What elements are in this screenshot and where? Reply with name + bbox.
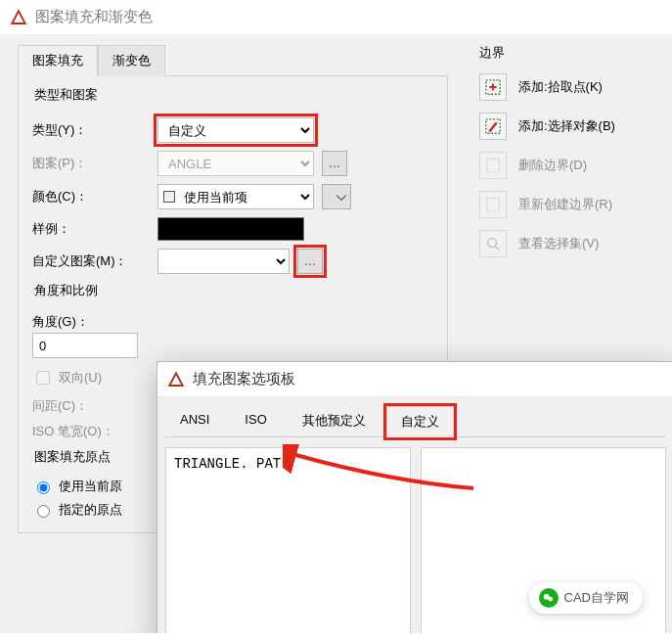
popup-titlebar: 填充图案选项板 [157, 362, 672, 397]
color-row: 颜色(C)： 使用当前项 [32, 184, 433, 209]
select-objects-icon[interactable] [479, 113, 507, 140]
bg-color-button[interactable] [322, 184, 351, 209]
svg-rect-2 [487, 160, 500, 172]
main-tabs: 图案填充 渐变色 [18, 44, 654, 75]
popup-tab-ansi[interactable]: ANSI [165, 405, 224, 436]
remove-boundary-icon [479, 152, 507, 179]
type-group-legend: 类型和图案 [32, 86, 100, 104]
wechat-text: CAD自学网 [564, 589, 629, 607]
boundary-view-row: 查看选择集(V) [479, 230, 672, 257]
color-chip-icon [163, 191, 175, 203]
pattern-select: ANGLE [157, 151, 314, 176]
type-select[interactable]: 自定义 [157, 117, 314, 143]
pattern-row: 图案(P)： ANGLE [32, 151, 433, 176]
recreate-boundary-label: 重新创建边界(R) [518, 196, 612, 213]
custom-pattern-select[interactable] [157, 249, 290, 274]
isopen-label: ISO 笔宽(O)： [32, 423, 150, 440]
popup-app-icon [167, 371, 185, 388]
remove-boundary-label: 删除边界(D) [518, 157, 587, 174]
select-objects-label: 添加:选择对象(B) [518, 117, 615, 135]
sample-label: 样例： [32, 220, 150, 238]
svg-rect-3 [487, 199, 500, 211]
angle-label: 角度(G)： [32, 313, 150, 331]
bidir-label: 双向(U) [59, 369, 102, 387]
boundary-select-row[interactable]: 添加:选择对象(B) [479, 113, 672, 140]
custom-pattern-browse-button[interactable] [297, 249, 323, 274]
sample-row: 样例： [32, 217, 433, 241]
bidir-checkbox [36, 371, 50, 385]
dialog-body: 边界 添加:拾取点(K) 添加:选择对象(B) 删除边界(D) 重新创建边界(R… [0, 36, 672, 633]
svg-point-4 [488, 239, 497, 248]
angle-input[interactable] [32, 333, 138, 358]
pick-point-icon[interactable] [479, 73, 507, 101]
type-label: 类型(Y)： [32, 121, 150, 139]
popup-tabs: ANSI ISO 其他预定义 自定义 [165, 405, 666, 437]
color-label: 颜色(C)： [32, 188, 150, 205]
use-current-origin-radio[interactable] [37, 481, 50, 494]
list-item[interactable]: TRIANGLE. PAT [174, 454, 402, 474]
view-selection-icon [479, 230, 507, 257]
pattern-name-list[interactable]: TRIANGLE. PAT [165, 447, 411, 633]
pick-point-label: 添加:拾取点(K) [518, 78, 603, 96]
type-row: 类型(Y)： 自定义 [32, 117, 433, 143]
popup-tab-custom[interactable]: 自定义 [386, 406, 454, 437]
recreate-boundary-icon [479, 191, 507, 218]
custom-pattern-row: 自定义图案(M)： [32, 249, 433, 274]
tab-gradient[interactable]: 渐变色 [98, 45, 165, 76]
window-title: 图案填充和渐变色 [35, 8, 153, 26]
boundary-panel: 边界 添加:拾取点(K) 添加:选择对象(B) 删除边界(D) 重新创建边界(R… [479, 44, 672, 269]
view-selection-label: 查看选择集(V) [518, 235, 599, 252]
pattern-browse-button [322, 151, 347, 176]
angle-group-legend: 角度和比例 [32, 282, 100, 299]
popup-title: 填充图案选项板 [193, 370, 295, 388]
custom-pattern-label: 自定义图案(M)： [32, 252, 150, 270]
origin-group-legend: 图案填充原点 [32, 448, 112, 466]
boundary-recreate-row: 重新创建边界(R) [479, 191, 672, 218]
type-group: 类型和图案 类型(Y)： 自定义 图案(P)： ANGLE 颜色(C)： 使用当… [32, 86, 433, 274]
svg-point-6 [548, 597, 553, 602]
boundary-remove-row: 删除边界(D) [479, 152, 672, 179]
tab-hatch[interactable]: 图案填充 [18, 45, 98, 76]
pattern-label: 图案(P)： [32, 155, 150, 172]
app-icon [10, 9, 27, 26]
boundary-pick-row[interactable]: 添加:拾取点(K) [479, 73, 672, 101]
wechat-badge: CAD自学网 [529, 582, 643, 614]
specified-origin-radio[interactable] [37, 505, 50, 518]
specified-origin-label: 指定的原点 [59, 501, 122, 519]
use-current-origin-label: 使用当前原 [59, 478, 122, 495]
window-titlebar: 图案填充和渐变色 [0, 0, 672, 36]
spacing-label: 间距(C)： [32, 397, 150, 415]
popup-tab-other[interactable]: 其他预定义 [288, 405, 381, 436]
popup-tab-iso[interactable]: ISO [230, 405, 281, 436]
wechat-icon [539, 588, 559, 608]
sample-swatch[interactable] [157, 217, 304, 241]
color-select[interactable]: 使用当前项 [157, 184, 314, 209]
